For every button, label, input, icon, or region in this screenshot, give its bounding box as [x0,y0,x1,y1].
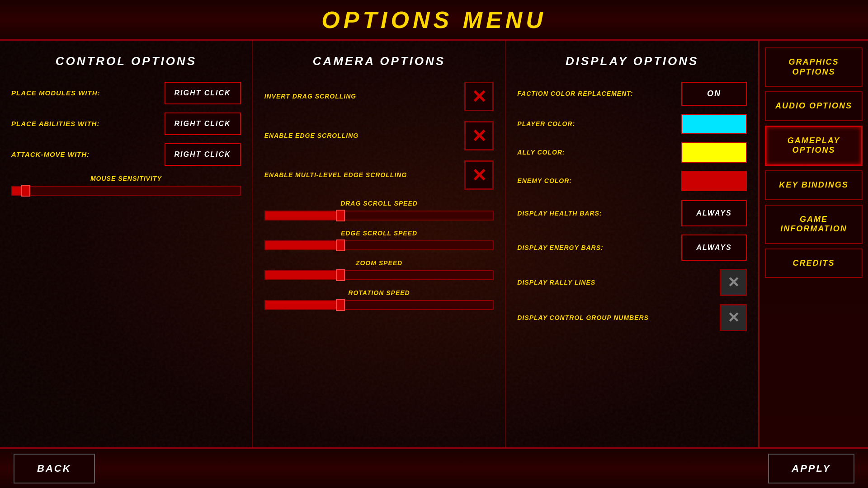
invert-drag-row: INVERT DRAG SCROLLING ✕ [264,82,494,111]
player-color-row: PLAYER COLOR: [517,114,747,134]
place-modules-row: PLACE MODULES WITH: RIGHT CLICK [11,82,241,104]
display-rally-row: DISPLAY RALLY LINES ✕ [517,269,747,296]
audio-options-button[interactable]: AUDIO OPTIONS [765,91,863,121]
zoom-speed-fill [265,271,345,279]
apply-button[interactable]: APPLY [768,454,854,483]
display-control-checkbox[interactable]: ✕ [720,304,747,331]
invert-drag-label: INVERT DRAG SCROLLING [264,93,458,100]
camera-options-panel: CAMERA OPTIONS INVERT DRAG SCROLLING ✕ E… [253,41,506,447]
page-title: OPTIONS MENU [321,6,547,33]
invert-drag-checkbox[interactable]: ✕ [464,82,494,111]
mouse-sensitivity-slider[interactable] [11,186,241,196]
edge-scroll-speed-slider[interactable] [264,240,494,250]
faction-color-label: FACTION COLOR REPLACEMENT: [517,90,675,98]
place-abilities-label: PLACE ABILITIES WITH: [11,120,158,128]
display-rally-label: DISPLAY RALLY LINES [517,279,713,286]
display-health-label: DISPLAY HEALTH BARS: [517,210,675,217]
mouse-sensitivity-label: MOUSE SENSITIVITY [11,175,241,182]
display-energy-button[interactable]: ALWAYS [681,235,747,261]
x-icon: ✕ [472,166,487,184]
camera-sliders: DRAG SCROLL SPEED EDGE SCROLL SPEED ZOOM… [264,200,494,310]
display-health-row: DISPLAY HEALTH BARS: ALWAYS [517,200,747,226]
x-icon: ✕ [472,88,487,106]
drag-scroll-thumb[interactable] [336,210,345,221]
display-energy-row: DISPLAY ENERGY BARS: ALWAYS [517,235,747,261]
faction-color-row: FACTION COLOR REPLACEMENT: ON [517,82,747,106]
ally-color-row: ALLY COLOR: [517,142,747,163]
graphics-options-button[interactable]: GRAPHICS OPTIONS [765,47,863,87]
rotation-speed-label: ROTATION SPEED [264,289,494,296]
footer: BACK APPLY [0,447,868,488]
game-information-button[interactable]: GAME INFORMATION [765,205,863,244]
rotation-speed-fill [265,301,345,309]
enable-edge-checkbox[interactable]: ✕ [464,121,494,150]
control-options-heading: CONTROL OPTIONS [11,54,241,68]
back-button[interactable]: BACK [14,454,95,483]
drag-scroll-fill [265,211,345,220]
zoom-speed-slider[interactable] [264,270,494,280]
attack-move-label: ATTACK-MOVE WITH: [11,150,158,159]
edge-scroll-fill [265,241,345,249]
mouse-sensitivity-section: MOUSE SENSITIVITY [11,175,241,196]
credits-button[interactable]: CREDITS [765,249,863,278]
x-icon: ✕ [472,127,487,145]
multi-level-label: ENABLE MULTI-LEVEL EDGE SCROLLING [264,171,458,179]
zoom-speed-label: ZOOM SPEED [264,259,494,267]
mouse-sensitivity-thumb[interactable] [21,185,30,197]
player-color-label: PLAYER COLOR: [517,120,675,128]
edge-scroll-speed-label: EDGE SCROLL SPEED [264,230,494,237]
header: OPTIONS MENU [0,0,868,41]
x-icon: ✕ [727,309,740,326]
faction-color-button[interactable]: ON [681,82,747,106]
enemy-color-label: ENEMY COLOR: [517,177,675,185]
enable-edge-label: ENABLE EDGE SCROLLING [264,132,458,140]
display-options-heading: DISPLAY OPTIONS [517,54,747,68]
multi-level-checkbox[interactable]: ✕ [464,160,494,190]
display-options-panel: DISPLAY OPTIONS FACTION COLOR REPLACEMEN… [506,41,758,447]
display-energy-label: DISPLAY ENERGY BARS: [517,244,675,252]
ally-color-swatch[interactable] [681,142,747,163]
gameplay-options-button[interactable]: GAMEPLAY OPTIONS [765,126,863,166]
rotation-speed-thumb[interactable] [336,299,345,311]
place-abilities-button[interactable]: RIGHT CLICK [165,113,241,135]
multi-level-row: ENABLE MULTI-LEVEL EDGE SCROLLING ✕ [264,160,494,190]
options-columns: CONTROL OPTIONS PLACE MODULES WITH: RIGH… [0,41,760,447]
display-health-button[interactable]: ALWAYS [681,200,747,226]
display-control-label: DISPLAY CONTROL GROUP NUMBERS [517,314,713,322]
display-rally-checkbox[interactable]: ✕ [720,269,747,296]
display-control-row: DISPLAY CONTROL GROUP NUMBERS ✕ [517,304,747,331]
attack-move-row: ATTACK-MOVE WITH: RIGHT CLICK [11,143,241,166]
player-color-swatch[interactable] [681,114,747,134]
place-modules-button[interactable]: RIGHT CLICK [165,82,241,104]
enemy-color-swatch[interactable] [681,171,747,191]
drag-scroll-speed-label: DRAG SCROLL SPEED [264,200,494,207]
edge-scroll-thumb[interactable] [336,239,345,251]
rotation-speed-slider[interactable] [264,300,494,310]
main-content: CONTROL OPTIONS PLACE MODULES WITH: RIGH… [0,41,868,447]
place-modules-label: PLACE MODULES WITH: [11,89,158,97]
x-icon: ✕ [727,274,740,291]
right-sidebar: GRAPHICS OPTIONS AUDIO OPTIONS GAMEPLAY … [760,41,868,447]
key-bindings-button[interactable]: KEY BINDINGS [765,170,863,200]
camera-options-heading: CAMERA OPTIONS [264,54,494,68]
attack-move-button[interactable]: RIGHT CLICK [165,143,241,166]
place-abilities-row: PLACE ABILITIES WITH: RIGHT CLICK [11,113,241,135]
drag-scroll-speed-slider[interactable] [264,211,494,221]
enable-edge-row: ENABLE EDGE SCROLLING ✕ [264,121,494,150]
ally-color-label: ALLY COLOR: [517,149,675,156]
zoom-speed-thumb[interactable] [336,269,345,281]
enemy-color-row: ENEMY COLOR: [517,171,747,191]
control-options-panel: CONTROL OPTIONS PLACE MODULES WITH: RIGH… [0,41,253,447]
